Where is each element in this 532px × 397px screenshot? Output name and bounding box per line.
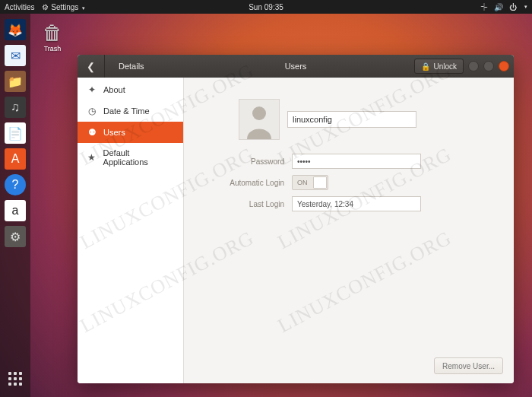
toggle-knob (313, 176, 327, 189)
sidebar-item-users[interactable]: ⚉Users (78, 122, 183, 143)
last-login-label: Last Login (216, 200, 284, 208)
sidebar-item-label: Default Applications (103, 148, 174, 167)
sidebar-item-default-applications[interactable]: ★Default Applications (78, 143, 183, 172)
activities-button[interactable]: Activities (5, 3, 34, 11)
svg-point-0 (252, 106, 266, 120)
back-button[interactable]: ❮ (78, 55, 105, 78)
chevron-down-icon: ▾ (524, 4, 527, 10)
dock-thunderbird[interactable]: ✉ (4, 44, 27, 67)
dock-files[interactable]: 📁 (4, 70, 27, 93)
unlock-label: Unlock (433, 62, 457, 71)
lock-icon: 🔒 (421, 62, 430, 71)
dock-software[interactable]: A (4, 148, 27, 170)
dock-amazon[interactable]: a (4, 199, 27, 222)
dock: 🦊 ✉ 📁 ♫ 📄 A ? a ⚙ (0, 14, 30, 397)
clock[interactable]: Sun 09:35 (249, 3, 283, 11)
network-icon[interactable]: ⏆ (480, 3, 488, 11)
app-menu-label: Settings (51, 3, 78, 11)
window-title: Users (285, 62, 307, 71)
username-field[interactable] (287, 111, 416, 128)
sidebar: ✦About◷Date & Time⚉Users★Default Applica… (78, 78, 184, 383)
dock-settings[interactable]: ⚙ (4, 225, 27, 248)
dock-firefox[interactable]: 🦊 (4, 18, 27, 41)
users-icon: ⚉ (87, 127, 97, 138)
sidebar-item-about[interactable]: ✦About (78, 79, 183, 100)
minimize-button[interactable] (468, 61, 479, 71)
maximize-button[interactable] (483, 61, 494, 71)
settings-window: ❮ Details Users 🔒 Unlock ✦About◷Date & T… (78, 55, 514, 383)
dock-rhythmbox[interactable]: ♫ (4, 96, 27, 119)
sidebar-item-date-time[interactable]: ◷Date & Time (78, 100, 183, 122)
auto-login-label: Automatic Login (216, 179, 284, 187)
trash-icon: 🗑 (43, 21, 62, 45)
avatar[interactable] (239, 99, 280, 140)
last-login-value: Yesterday, 12:34 (292, 196, 421, 211)
sidebar-item-label: Users (103, 128, 125, 137)
titlebar[interactable]: ❮ Details Users 🔒 Unlock (78, 55, 514, 78)
toggle-on-label: ON (293, 179, 308, 186)
auto-login-toggle[interactable]: ON (292, 175, 328, 190)
person-icon (244, 103, 274, 139)
gear-icon: ⚙ (42, 3, 49, 11)
close-button[interactable] (499, 61, 509, 71)
app-menu[interactable]: ⚙ Settings ▾ (42, 3, 85, 11)
password-label: Password (216, 157, 284, 166)
desktop-trash[interactable]: 🗑 Trash (43, 21, 62, 52)
sidebar-item-label: About (103, 85, 125, 94)
volume-icon[interactable]: 🔊 (494, 3, 503, 11)
remove-user-button[interactable]: Remove User... (434, 357, 503, 374)
content-pane: Password ••••• Automatic Login ON Last L… (184, 78, 514, 383)
trash-label: Trash (43, 45, 62, 52)
about-icon: ✦ (87, 84, 97, 95)
unlock-button[interactable]: 🔒 Unlock (414, 59, 464, 74)
chevron-down-icon: ▾ (82, 5, 85, 11)
show-applications-button[interactable] (5, 368, 26, 389)
sidebar-item-label: Date & Time (103, 106, 150, 116)
top-panel: Activities ⚙ Settings ▾ Sun 09:35 ⏆ 🔊 ⏻ … (0, 0, 532, 14)
section-title: Details (105, 62, 204, 71)
dock-help[interactable]: ? (4, 173, 27, 196)
password-field[interactable]: ••••• (292, 154, 421, 169)
date-time-icon: ◷ (87, 106, 97, 116)
default-applications-icon: ★ (87, 152, 97, 163)
power-icon[interactable]: ⏻ (509, 3, 517, 11)
dock-writer[interactable]: 📄 (4, 122, 27, 145)
